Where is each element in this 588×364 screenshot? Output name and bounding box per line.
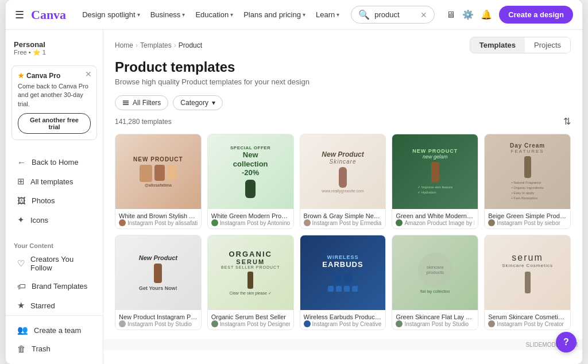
template-author: Instagram Post by Studio bbox=[396, 320, 474, 327]
category-filter-button[interactable]: Category ▾ bbox=[173, 95, 223, 110]
template-author: Amazon Product Image by kavilaws bbox=[396, 219, 474, 226]
author-avatar bbox=[304, 219, 311, 226]
template-author: Instagram Post by Studio bbox=[119, 320, 198, 327]
template-name: Serum Skincare Cosmetics Product bbox=[488, 313, 567, 320]
sidebar-section-your-content: Your Content bbox=[6, 239, 103, 250]
all-filters-button[interactable]: All Filters bbox=[115, 95, 168, 110]
promo-close-button[interactable]: ✕ bbox=[85, 69, 92, 79]
tab-projects[interactable]: Projects bbox=[525, 37, 570, 53]
breadcrumb-current: Product bbox=[179, 41, 202, 49]
hamburger-icon[interactable]: ☰ bbox=[15, 9, 24, 21]
template-info: Green Skincare Flat Lay Product Instagra… bbox=[392, 310, 478, 330]
help-button[interactable]: ? bbox=[556, 332, 577, 353]
monitor-icon[interactable]: 🖥 bbox=[446, 10, 455, 20]
template-info: White and Brown Stylish Appliance... Ins… bbox=[115, 209, 201, 229]
nav-business[interactable]: Business ▾ bbox=[146, 8, 190, 21]
template-name: Organic Serum Best Seller bbox=[211, 313, 290, 320]
content-header: Home › Templates › Product Templates Pro… bbox=[103, 30, 582, 53]
template-name: Wireless Earbuds Product Promo bbox=[304, 313, 382, 320]
trash-icon: 🗑 bbox=[17, 344, 26, 354]
nav-education[interactable]: Education ▾ bbox=[191, 8, 238, 21]
template-card[interactable]: New Product Get Yours Now! New Product I… bbox=[115, 235, 202, 330]
template-author: Instagram Post by Creator bbox=[488, 320, 567, 327]
sidebar-item-brand[interactable]: 🏷 Brand Templates bbox=[9, 277, 99, 295]
sidebar-item-back[interactable]: ← Back to Home bbox=[9, 153, 99, 171]
chevron-icon: ▾ bbox=[336, 11, 339, 18]
sidebar-plan: Free • ⭐ 1 bbox=[14, 49, 95, 56]
template-name: White and Brown Stylish Appliance... bbox=[119, 212, 198, 219]
search-input[interactable] bbox=[374, 10, 416, 19]
photos-icon: 🖼 bbox=[17, 196, 26, 206]
sidebar-item-label: Creators You Follow bbox=[30, 255, 91, 272]
chevron-icon: ▾ bbox=[137, 11, 140, 18]
sidebar-item-label: Back to Home bbox=[32, 158, 79, 166]
template-info: Brown & Gray Simple New Skincare... Inst… bbox=[300, 209, 386, 229]
chevron-icon: ▾ bbox=[230, 11, 233, 18]
chevron-icon: ▾ bbox=[182, 11, 185, 18]
breadcrumb-sep-1: › bbox=[136, 41, 138, 49]
sidebar-item-label: Icons bbox=[30, 216, 48, 224]
content-area: Home › Templates › Product Templates Pro… bbox=[103, 30, 582, 364]
sort-icon[interactable]: ⇅ bbox=[563, 116, 571, 127]
breadcrumb-home[interactable]: Home bbox=[115, 41, 133, 49]
nav-label: Plans and pricing bbox=[243, 10, 301, 19]
template-name: White Green Modern Product Mark... bbox=[211, 212, 290, 219]
template-card[interactable]: NEW PRODUCT @alissafatima White and Brow… bbox=[115, 134, 202, 229]
breadcrumb-templates[interactable]: Templates bbox=[140, 41, 172, 49]
template-grid: NEW PRODUCT @alissafatima White and Brow… bbox=[103, 131, 582, 339]
author-avatar bbox=[211, 219, 218, 226]
sidebar-item-starred[interactable]: ★ Starred bbox=[9, 296, 99, 315]
template-card[interactable]: NEW PRODUCT new gelam ✓ Improve skin fea… bbox=[392, 134, 478, 229]
promo-trial-button[interactable]: Get another free trial bbox=[18, 113, 91, 134]
template-author: Instagram Post by Creative bbox=[304, 320, 382, 327]
brand-icon: 🏷 bbox=[17, 281, 26, 291]
main-layout: Personal Free • ⭐ 1 ✕ ★ Canva Pro Come b… bbox=[6, 30, 582, 364]
sidebar-item-create-team[interactable]: 👥 Create a team bbox=[9, 321, 99, 339]
create-design-button[interactable]: Create a design bbox=[499, 6, 573, 24]
template-card[interactable]: skincareproducts flat lay collection Gre… bbox=[392, 235, 478, 330]
nav-label: Learn bbox=[316, 10, 335, 19]
chevron-down-icon: ▾ bbox=[212, 99, 215, 107]
sidebar-item-creators[interactable]: ♡ Creators You Follow bbox=[9, 251, 99, 276]
settings-icon[interactable]: ⚙️ bbox=[462, 9, 474, 20]
sidebar-item-trash[interactable]: 🗑 Trash bbox=[9, 340, 99, 358]
search-clear-icon[interactable]: ✕ bbox=[420, 10, 427, 20]
template-card[interactable]: serum Skincare Cosmetics Serum Skincare … bbox=[484, 235, 571, 330]
nav-design-spotlight[interactable]: Design spotlight ▾ bbox=[78, 8, 145, 21]
author-avatar bbox=[396, 219, 403, 226]
sidebar-item-all-templates[interactable]: ⊞ All templates bbox=[9, 172, 99, 191]
promo-box: ✕ ★ Canva Pro Come back to Canva Pro and… bbox=[11, 65, 97, 140]
logo[interactable]: Canva bbox=[31, 7, 66, 22]
tab-templates[interactable]: Templates bbox=[470, 37, 525, 53]
template-info: Serum Skincare Cosmetics Product Instagr… bbox=[485, 310, 570, 330]
notification-icon[interactable]: 🔔 bbox=[481, 9, 492, 20]
star-icon: ★ bbox=[17, 300, 25, 311]
nav-icons: 🖥 ⚙️ 🔔 bbox=[446, 9, 492, 20]
template-card[interactable]: Day Cream FEATURES • Natural Fragrance• … bbox=[484, 134, 571, 229]
nav-plans[interactable]: Plans and pricing ▾ bbox=[239, 8, 310, 21]
tab-buttons: Templates Projects bbox=[470, 37, 571, 53]
author-avatar bbox=[211, 320, 218, 327]
search-bar: 🔍 ✕ bbox=[351, 6, 435, 24]
template-card[interactable]: SPECIAL OFFER Newcollection-20% White Gr… bbox=[207, 134, 294, 229]
nav-links: Design spotlight ▾ Business ▾ Education … bbox=[78, 8, 344, 21]
template-author: Instagram Post by siebor bbox=[488, 219, 567, 226]
template-card[interactable]: WIRELESS EARBUDS bbox=[300, 235, 386, 330]
author-avatar bbox=[396, 320, 403, 327]
sidebar-item-label: Trash bbox=[32, 344, 51, 353]
nav-label: Design spotlight bbox=[82, 10, 136, 19]
author-avatar bbox=[304, 320, 311, 327]
nav-learn[interactable]: Learn ▾ bbox=[311, 8, 344, 21]
sidebar-item-label: All templates bbox=[30, 177, 73, 186]
page-title: Product templates bbox=[103, 53, 582, 78]
sidebar: Personal Free • ⭐ 1 ✕ ★ Canva Pro Come b… bbox=[6, 30, 103, 364]
sidebar-item-photos[interactable]: 🖼 Photos bbox=[9, 192, 99, 210]
template-author: Instagram Post by Designer bbox=[211, 320, 290, 327]
template-card[interactable]: New Product Skincare www.reallygreasite.… bbox=[300, 134, 386, 229]
template-info: Organic Serum Best Seller Instagram Post… bbox=[208, 310, 293, 330]
sidebar-item-icons[interactable]: ✦ Icons bbox=[9, 211, 99, 229]
template-card[interactable]: ORGANIC SERUM BEST SELLER PRODUCT Clear … bbox=[207, 235, 294, 330]
sidebar-bottom: 👥 Create a team 🗑 Trash bbox=[6, 315, 103, 358]
page-subtitle: Browse high quality Product templates fo… bbox=[103, 78, 582, 92]
template-author: Instagram Post by Antonino De Stefano bbox=[211, 219, 290, 226]
